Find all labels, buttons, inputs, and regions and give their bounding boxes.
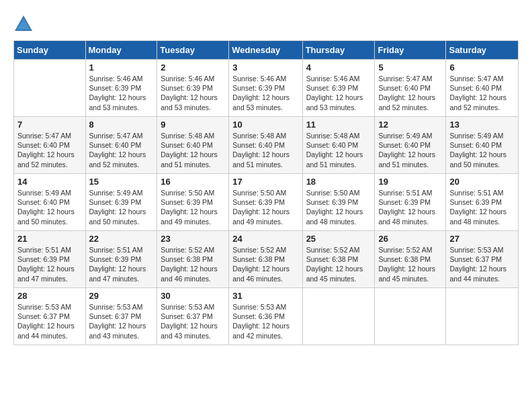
day-number: 5 [378,62,442,73]
calendar-cell: 24Sunrise: 5:52 AM Sunset: 6:38 PM Dayli… [229,231,302,288]
page-header [13,13,519,34]
calendar-cell: 29Sunrise: 5:53 AM Sunset: 6:37 PM Dayli… [85,288,157,345]
calendar-cell: 13Sunrise: 5:49 AM Sunset: 6:40 PM Dayli… [446,117,519,174]
day-info: Sunrise: 5:49 AM Sunset: 6:40 PM Dayligh… [378,131,442,169]
calendar-cell: 11Sunrise: 5:48 AM Sunset: 6:40 PM Dayli… [302,117,375,174]
calendar-cell: 30Sunrise: 5:53 AM Sunset: 6:37 PM Dayli… [157,288,229,345]
calendar-cell: 6Sunrise: 5:47 AM Sunset: 6:40 PM Daylig… [446,60,519,117]
day-info: Sunrise: 5:48 AM Sunset: 6:40 PM Dayligh… [161,131,225,169]
calendar-table: SundayMondayTuesdayWednesdayThursdayFrid… [13,40,519,345]
day-info: Sunrise: 5:52 AM Sunset: 6:38 PM Dayligh… [378,245,442,283]
calendar-cell: 14Sunrise: 5:49 AM Sunset: 6:40 PM Dayli… [14,174,86,231]
calendar-cell: 9Sunrise: 5:48 AM Sunset: 6:40 PM Daylig… [157,117,229,174]
day-number: 21 [17,234,82,244]
day-info: Sunrise: 5:50 AM Sunset: 6:39 PM Dayligh… [232,188,298,226]
calendar-week-1: 1Sunrise: 5:46 AM Sunset: 6:39 PM Daylig… [14,60,519,117]
day-number: 4 [306,62,371,73]
day-number: 13 [449,120,515,130]
day-info: Sunrise: 5:47 AM Sunset: 6:40 PM Dayligh… [17,131,82,169]
calendar-header-row: SundayMondayTuesdayWednesdayThursdayFrid… [14,41,519,60]
day-info: Sunrise: 5:50 AM Sunset: 6:39 PM Dayligh… [161,188,225,226]
calendar-cell: 23Sunrise: 5:52 AM Sunset: 6:38 PM Dayli… [157,231,229,288]
day-number: 26 [378,234,442,244]
day-info: Sunrise: 5:52 AM Sunset: 6:38 PM Dayligh… [161,245,225,283]
calendar-cell: 8Sunrise: 5:47 AM Sunset: 6:40 PM Daylig… [85,117,157,174]
calendar-cell: 20Sunrise: 5:51 AM Sunset: 6:39 PM Dayli… [446,174,519,231]
day-info: Sunrise: 5:49 AM Sunset: 6:40 PM Dayligh… [449,131,515,169]
calendar-cell [375,288,446,345]
day-number: 8 [89,120,154,130]
calendar-cell: 21Sunrise: 5:51 AM Sunset: 6:39 PM Dayli… [14,231,86,288]
calendar-cell: 4Sunrise: 5:46 AM Sunset: 6:39 PM Daylig… [302,60,375,117]
calendar-cell [446,288,519,345]
day-number: 27 [449,234,515,244]
day-info: Sunrise: 5:53 AM Sunset: 6:37 PM Dayligh… [161,302,225,340]
day-info: Sunrise: 5:46 AM Sunset: 6:39 PM Dayligh… [232,74,298,112]
calendar-cell: 5Sunrise: 5:47 AM Sunset: 6:40 PM Daylig… [375,60,446,117]
day-info: Sunrise: 5:47 AM Sunset: 6:40 PM Dayligh… [449,74,515,112]
day-number: 9 [161,120,225,130]
day-info: Sunrise: 5:46 AM Sunset: 6:39 PM Dayligh… [306,74,371,112]
day-info: Sunrise: 5:51 AM Sunset: 6:39 PM Dayligh… [89,245,154,283]
day-number: 12 [378,120,442,130]
day-info: Sunrise: 5:47 AM Sunset: 6:40 PM Dayligh… [89,131,154,169]
day-info: Sunrise: 5:48 AM Sunset: 6:40 PM Dayligh… [306,131,371,169]
day-number: 3 [232,62,298,73]
calendar-cell: 12Sunrise: 5:49 AM Sunset: 6:40 PM Dayli… [375,117,446,174]
day-number: 24 [232,234,298,244]
calendar-cell: 25Sunrise: 5:52 AM Sunset: 6:38 PM Dayli… [302,231,375,288]
day-info: Sunrise: 5:53 AM Sunset: 6:36 PM Dayligh… [232,302,298,340]
calendar-cell: 15Sunrise: 5:49 AM Sunset: 6:39 PM Dayli… [85,174,157,231]
header-friday: Friday [375,41,446,60]
day-info: Sunrise: 5:52 AM Sunset: 6:38 PM Dayligh… [306,245,371,283]
day-number: 19 [378,177,442,187]
calendar-cell: 31Sunrise: 5:53 AM Sunset: 6:36 PM Dayli… [229,288,302,345]
day-number: 2 [161,62,225,73]
day-number: 23 [161,234,225,244]
day-number: 30 [161,291,225,301]
day-number: 18 [306,177,371,187]
calendar-cell: 28Sunrise: 5:53 AM Sunset: 6:37 PM Dayli… [14,288,86,345]
day-info: Sunrise: 5:46 AM Sunset: 6:39 PM Dayligh… [161,74,225,112]
header-saturday: Saturday [446,41,519,60]
day-info: Sunrise: 5:47 AM Sunset: 6:40 PM Dayligh… [378,74,442,112]
day-info: Sunrise: 5:48 AM Sunset: 6:40 PM Dayligh… [232,131,298,169]
day-info: Sunrise: 5:53 AM Sunset: 6:37 PM Dayligh… [89,302,154,340]
calendar-cell: 3Sunrise: 5:46 AM Sunset: 6:39 PM Daylig… [229,60,302,117]
calendar-cell: 18Sunrise: 5:50 AM Sunset: 6:39 PM Dayli… [302,174,375,231]
calendar-cell: 17Sunrise: 5:50 AM Sunset: 6:39 PM Dayli… [229,174,302,231]
day-number: 17 [232,177,298,187]
day-info: Sunrise: 5:53 AM Sunset: 6:37 PM Dayligh… [17,302,82,340]
day-info: Sunrise: 5:50 AM Sunset: 6:39 PM Dayligh… [306,188,371,226]
day-info: Sunrise: 5:49 AM Sunset: 6:40 PM Dayligh… [17,188,82,226]
header-wednesday: Wednesday [229,41,302,60]
calendar-cell: 7Sunrise: 5:47 AM Sunset: 6:40 PM Daylig… [14,117,86,174]
day-info: Sunrise: 5:46 AM Sunset: 6:39 PM Dayligh… [89,74,154,112]
day-info: Sunrise: 5:52 AM Sunset: 6:38 PM Dayligh… [232,245,298,283]
day-number: 31 [232,291,298,301]
day-number: 6 [449,62,515,73]
calendar-cell: 26Sunrise: 5:52 AM Sunset: 6:38 PM Dayli… [375,231,446,288]
header-sunday: Sunday [14,41,86,60]
day-number: 28 [17,291,82,301]
day-info: Sunrise: 5:51 AM Sunset: 6:39 PM Dayligh… [17,245,82,283]
day-number: 25 [306,234,371,244]
calendar-cell: 22Sunrise: 5:51 AM Sunset: 6:39 PM Dayli… [85,231,157,288]
calendar-cell [14,60,86,117]
day-info: Sunrise: 5:51 AM Sunset: 6:39 PM Dayligh… [378,188,442,226]
calendar-cell: 27Sunrise: 5:53 AM Sunset: 6:37 PM Dayli… [446,231,519,288]
day-number: 10 [232,120,298,130]
day-number: 11 [306,120,371,130]
day-info: Sunrise: 5:51 AM Sunset: 6:39 PM Dayligh… [449,188,515,226]
calendar-cell [302,288,375,345]
day-number: 20 [449,177,515,187]
day-number: 14 [17,177,82,187]
day-number: 29 [89,291,154,301]
day-number: 15 [89,177,154,187]
calendar-cell: 1Sunrise: 5:46 AM Sunset: 6:39 PM Daylig… [85,60,157,117]
day-info: Sunrise: 5:49 AM Sunset: 6:39 PM Dayligh… [89,188,154,226]
calendar-week-2: 7Sunrise: 5:47 AM Sunset: 6:40 PM Daylig… [14,117,519,174]
day-number: 16 [161,177,225,187]
header-tuesday: Tuesday [157,41,229,60]
day-number: 22 [89,234,154,244]
